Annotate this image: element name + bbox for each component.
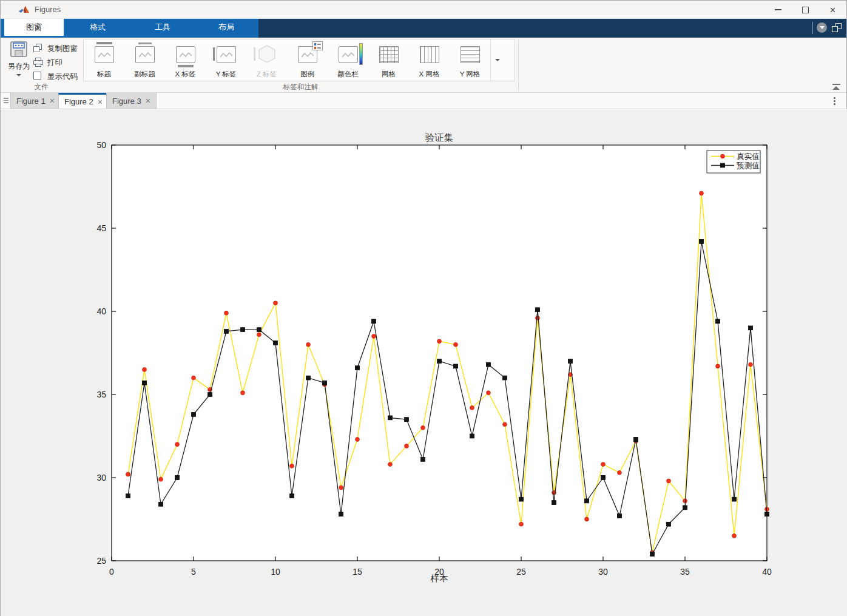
svg-text:10: 10 bbox=[271, 567, 280, 577]
close-icon: × bbox=[830, 5, 836, 15]
tab-tools[interactable]: 工具 bbox=[132, 19, 193, 36]
svg-text:40: 40 bbox=[96, 306, 106, 316]
tab-figure[interactable]: 图窗 bbox=[4, 19, 64, 36]
chart-xlabel: 样本 bbox=[431, 574, 449, 583]
figure-tab-3[interactable]: Figure 3 × bbox=[106, 93, 157, 109]
collapse-ribbon-button[interactable] bbox=[832, 84, 840, 90]
svg-text:25: 25 bbox=[96, 556, 106, 566]
toolstrip-separator bbox=[812, 22, 813, 34]
matlab-logo-icon bbox=[19, 5, 30, 15]
legend-button[interactable]: 图例 bbox=[287, 39, 328, 81]
chevron-down-icon bbox=[820, 26, 825, 29]
gallery-expand-button[interactable] bbox=[490, 39, 504, 81]
figure-canvas: 0510152025303540253035404550验证集样本真实值预测值 bbox=[1, 109, 847, 616]
tab-layout[interactable]: 布局 bbox=[196, 19, 257, 36]
close-tab-icon[interactable]: × bbox=[146, 96, 150, 106]
collapse-icon bbox=[832, 86, 840, 90]
xlabel-icon bbox=[176, 46, 195, 63]
plot-area bbox=[112, 145, 767, 561]
toolstrip-help-button[interactable] bbox=[817, 22, 827, 33]
figures-window: Figures × 图窗 格式 工具 布局 另存为 bbox=[0, 0, 847, 616]
legend-entry-0: 真实值 bbox=[737, 152, 760, 161]
maximize-button[interactable] bbox=[792, 1, 819, 19]
file-group-label: 文件 bbox=[1, 83, 82, 92]
print-button[interactable]: 打印 bbox=[33, 56, 62, 69]
chevron-down-icon bbox=[495, 59, 500, 61]
ylabel-icon bbox=[217, 46, 236, 63]
title-icon bbox=[95, 46, 114, 63]
ribbon: 另存为 复制图窗 打印 显示代码 文件 标题 bbox=[1, 38, 846, 93]
toolstrip-right-band bbox=[258, 19, 846, 38]
toolstrip-tab-row: 图窗 格式 工具 布局 bbox=[1, 19, 258, 38]
figure-tab-1[interactable]: Figure 1 × bbox=[10, 93, 61, 109]
y-grid-icon bbox=[461, 46, 480, 63]
svg-text:40: 40 bbox=[762, 567, 772, 577]
close-tab-icon[interactable]: × bbox=[50, 96, 55, 106]
grid-button[interactable]: 网格 bbox=[368, 39, 409, 81]
svg-text:50: 50 bbox=[96, 140, 106, 150]
svg-text:25: 25 bbox=[516, 567, 526, 577]
validation-chart: 0510152025303540253035404550验证集样本真实值预测值 bbox=[1, 109, 847, 616]
svg-text:0: 0 bbox=[109, 567, 114, 577]
close-button[interactable]: × bbox=[819, 1, 846, 19]
drag-grip-icon[interactable] bbox=[4, 98, 8, 104]
svg-text:15: 15 bbox=[353, 567, 362, 577]
ylabel-button[interactable]: Y 标签 bbox=[206, 39, 246, 81]
copy-figure-button[interactable]: 复制图窗 bbox=[33, 42, 78, 55]
checkbox-icon bbox=[33, 72, 44, 81]
svg-text:35: 35 bbox=[680, 567, 690, 577]
x-grid-button[interactable]: X 网格 bbox=[409, 39, 450, 81]
dock-figure-button[interactable] bbox=[832, 23, 842, 32]
annotation-group: 标题 副标题 X 标签 bbox=[83, 39, 515, 81]
legend-icon bbox=[298, 46, 317, 63]
annotation-group-label: 标签和注解 bbox=[83, 83, 518, 92]
figure-tab-2[interactable]: Figure 2 × bbox=[58, 93, 109, 109]
title-button[interactable]: 标题 bbox=[84, 39, 124, 81]
xlabel-button[interactable]: X 标签 bbox=[165, 39, 206, 81]
save-icon bbox=[10, 41, 28, 58]
copy-icon bbox=[33, 44, 44, 53]
save-as-dropdown-icon[interactable] bbox=[16, 74, 21, 76]
legend-entry-1: 预测值 bbox=[736, 161, 760, 170]
minimize-icon bbox=[775, 9, 781, 10]
chart-legend: 真实值预测值 bbox=[707, 151, 760, 173]
svg-text:30: 30 bbox=[598, 567, 608, 577]
x-grid-icon bbox=[420, 46, 439, 63]
svg-text:30: 30 bbox=[96, 473, 106, 482]
svg-text:5: 5 bbox=[191, 567, 196, 577]
maximize-icon bbox=[802, 7, 809, 13]
zlabel-icon bbox=[257, 46, 277, 63]
printer-icon bbox=[33, 58, 44, 67]
tab-format[interactable]: 格式 bbox=[67, 19, 128, 36]
chart-title: 验证集 bbox=[425, 132, 454, 143]
tab-overflow-menu[interactable] bbox=[834, 97, 835, 106]
titlebar: Figures × bbox=[1, 1, 846, 19]
subtitle-button[interactable]: 副标题 bbox=[124, 39, 165, 81]
svg-text:35: 35 bbox=[96, 390, 106, 399]
colorbar-icon bbox=[339, 46, 358, 63]
group-separator bbox=[518, 39, 519, 91]
svg-text:45: 45 bbox=[96, 223, 106, 233]
figure-tab-bar: Figure 1 × Figure 2 × Figure 3 × bbox=[1, 93, 846, 109]
subtitle-icon bbox=[135, 46, 155, 63]
y-grid-button[interactable]: Y 网格 bbox=[450, 39, 490, 81]
colorbar-button[interactable]: 颜色栏 bbox=[328, 39, 368, 81]
minimize-button[interactable] bbox=[764, 1, 792, 19]
close-tab-icon[interactable]: × bbox=[98, 97, 103, 107]
show-code-checkbox[interactable]: 显示代码 bbox=[33, 70, 78, 83]
grid-icon bbox=[379, 46, 399, 63]
save-as-button[interactable]: 另存为 bbox=[4, 41, 33, 87]
window-title: Figures bbox=[35, 5, 61, 14]
zlabel-button: Z 标签 bbox=[246, 39, 287, 81]
save-as-label: 另存为 bbox=[4, 61, 33, 72]
